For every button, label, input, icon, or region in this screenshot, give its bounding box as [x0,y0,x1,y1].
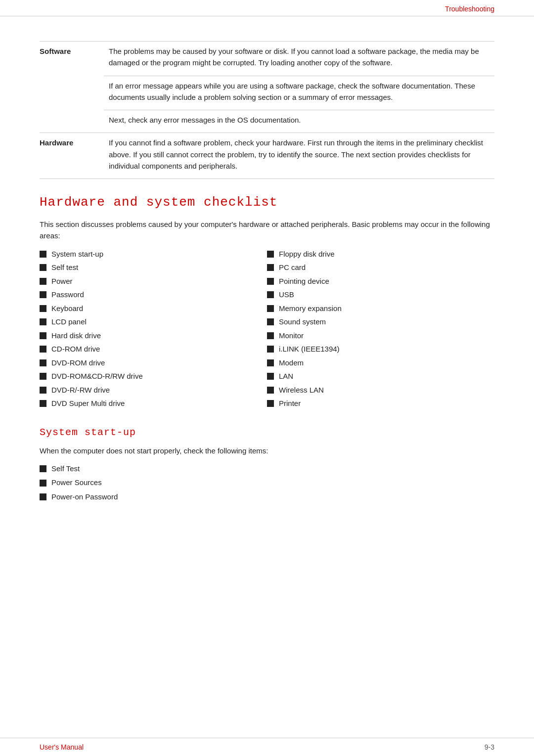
bullet-icon [267,400,274,407]
bullet-icon [267,318,274,325]
bullet-icon [267,251,274,258]
list-item: DVD-ROM drive [40,357,267,369]
bullet-icon [267,346,274,353]
bullet-icon [40,318,46,325]
list-item: Modem [267,357,494,369]
bullet-icon [40,251,46,258]
bullet-icon [40,387,46,394]
list-item: Pointing device [267,276,494,287]
list-item: DVD-R/-RW drive [40,385,267,396]
list-item: Power Sources [40,477,494,489]
list-item: Floppy disk drive [267,249,494,260]
hardware-checklist-intro: This section discusses problems caused b… [40,219,494,242]
list-item: LCD panel [40,316,267,328]
list-item: Self test [40,262,267,273]
list-item: DVD-ROM&CD-R/RW drive [40,371,267,382]
list-item: CD-ROM drive [40,344,267,355]
bullet-icon [40,291,46,298]
bullet-icon [40,264,46,271]
hardware-checklist-heading: Hardware and system checklist [40,195,494,210]
bullet-icon [267,278,274,285]
bullet-icon [267,291,274,298]
list-item: Hard disk drive [40,330,267,342]
system-startup-intro: When the computer does not start properl… [40,445,494,456]
list-item: Wireless LAN [267,385,494,396]
table-content-cell: If an error message appears while you ar… [104,76,494,110]
software-hardware-table: SoftwareThe problems may be caused by yo… [40,41,494,179]
list-item: DVD Super Multi drive [40,398,267,409]
bullet-icon [267,359,274,366]
bullet-icon [40,346,46,353]
list-item: USB [267,289,494,301]
list-item: i.LINK (IEEE1394) [267,344,494,355]
list-item: Sound system [267,316,494,328]
table-content-cell: If you cannot find a software problem, c… [104,133,494,179]
table-label-cell: Software [40,42,104,133]
bullet-icon [267,305,274,312]
system-startup-heading: System start-up [40,427,494,438]
startup-bullet-list: Self TestPower SourcesPower-on Password [40,463,494,503]
bullet-icon [40,359,46,366]
page-content: SoftwareThe problems may be caused by yo… [0,16,534,535]
bullet-icon [40,480,46,487]
list-item: Memory expansion [267,303,494,314]
bullet-icon [40,465,46,472]
bullet-col-right: Floppy disk drivePC cardPointing deviceU… [267,249,494,412]
page-footer: User's Manual 9-3 [0,738,534,756]
list-item: Printer [267,398,494,409]
footer-page-number: 9-3 [485,743,494,751]
list-item: Monitor [267,330,494,342]
bullet-icon [40,493,46,500]
table-label-cell: Hardware [40,133,104,179]
bullet-icon [40,400,46,407]
bullet-icon [40,373,46,380]
list-item: Self Test [40,463,494,475]
list-item: System start-up [40,249,267,260]
header-troubleshooting-link: Troubleshooting [445,5,494,13]
bullet-icon [40,278,46,285]
list-item: Password [40,289,267,301]
bullet-icon [267,387,274,394]
table-content-cell: The problems may be caused by your softw… [104,42,494,76]
bullet-icon [267,264,274,271]
bullet-icon [40,332,46,339]
list-item: Keyboard [40,303,267,314]
bullet-icon [267,332,274,339]
footer-manual-label: User's Manual [40,743,84,751]
bullet-icon [267,373,274,380]
bullet-col-left: System start-upSelf testPowerPasswordKey… [40,249,267,412]
page-header: Troubleshooting [0,0,534,16]
list-item: PC card [267,262,494,273]
table-content-cell: Next, check any error messages in the OS… [104,110,494,133]
list-item: Power-on Password [40,491,494,503]
list-item: LAN [267,371,494,382]
list-item: Power [40,276,267,287]
hardware-checklist-columns: System start-upSelf testPowerPasswordKey… [40,249,494,412]
bullet-icon [40,305,46,312]
